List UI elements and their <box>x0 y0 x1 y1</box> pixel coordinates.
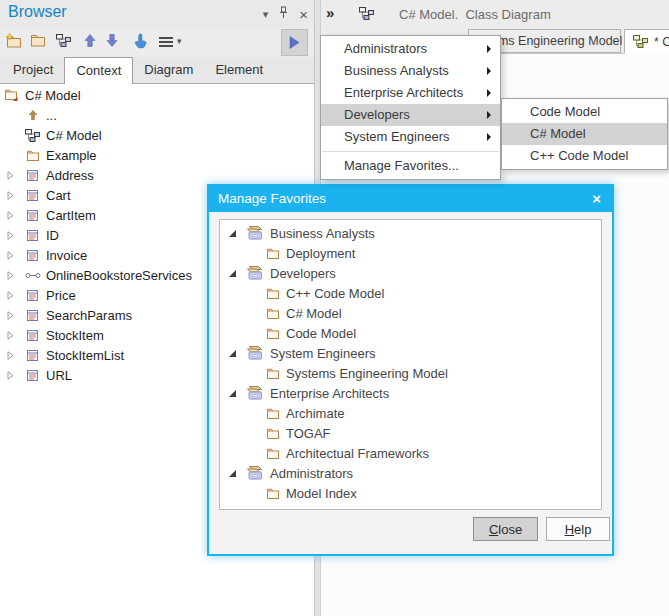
group-icon <box>244 265 264 281</box>
group-icon <box>244 345 264 361</box>
hamburger-caret-icon[interactable]: ▾ <box>177 36 182 46</box>
folder-icon <box>266 427 280 440</box>
nav-down-icon[interactable] <box>106 33 118 48</box>
favorites-item-row[interactable]: Archimate <box>220 403 601 423</box>
favorites-group-row[interactable]: Developers <box>220 263 601 283</box>
tab-context[interactable]: Context <box>64 57 133 84</box>
favorites-item-row[interactable]: C++ Code Model <box>220 283 601 303</box>
dialog-titlebar[interactable]: Manage Favorites × <box>209 186 612 212</box>
favorites-group-row[interactable]: System Engineers <box>220 343 601 363</box>
expand-down-icon[interactable] <box>227 468 239 479</box>
class-icon <box>23 189 42 202</box>
class-icon <box>23 249 42 262</box>
play-button[interactable] <box>281 29 308 56</box>
chevron-right-icon[interactable]: » <box>326 4 334 21</box>
expand-arrow-icon[interactable] <box>3 288 23 302</box>
favorites-item-label: Model Index <box>286 486 357 501</box>
favorites-item-label: C# Model <box>286 306 342 321</box>
tab-diagram[interactable]: Diagram <box>133 57 204 83</box>
tab-element[interactable]: Element <box>204 57 274 83</box>
submenu-item-c#-model[interactable]: C# Model <box>502 123 667 145</box>
browser-panel-tabs: ProjectContextDiagramElement <box>0 57 314 84</box>
close-button[interactable]: Close <box>473 517 538 541</box>
favorites-group-row[interactable]: Business Analysts <box>220 223 601 243</box>
favorites-group-row[interactable]: Enterprise Architects <box>220 383 601 403</box>
submenu-item-c++-code-model[interactable]: C++ Code Model <box>502 145 667 167</box>
favorites-item-row[interactable]: Architectual Frameworks <box>220 443 601 463</box>
favorites-item-label: Deployment <box>286 246 355 261</box>
folder-icon <box>266 247 280 260</box>
expand-down-icon[interactable] <box>227 388 239 399</box>
hamburger-icon[interactable] <box>158 36 174 48</box>
favorites-menu: AdministratorsBusiness AnalystsEnterpris… <box>320 35 501 180</box>
menu-item-manage-favorites[interactable]: Manage Favorites... <box>321 155 500 177</box>
tree-item-label: Example <box>46 148 97 163</box>
indent-spacer <box>3 128 23 142</box>
favorites-group-row[interactable]: Administrators <box>220 463 601 483</box>
submenu-item-code-model[interactable]: Code Model <box>502 101 667 123</box>
folder-icon <box>266 447 280 460</box>
tree-item-label: StockItemList <box>46 348 124 363</box>
close-icon[interactable]: × <box>299 6 308 23</box>
favorites-item-row[interactable]: Model Index <box>220 483 601 503</box>
menu-item-system-engineers[interactable]: System Engineers <box>321 126 500 148</box>
diagram-icon[interactable] <box>55 33 72 48</box>
expand-arrow-icon[interactable] <box>3 248 23 262</box>
expand-arrow-icon[interactable] <box>3 268 23 282</box>
dialog-title: Manage Favorites <box>218 191 326 206</box>
tab-project[interactable]: Project <box>2 57 64 83</box>
help-button[interactable]: Help <box>546 517 610 541</box>
menu-item-label: Manage Favorites... <box>344 158 459 173</box>
expand-down-icon[interactable] <box>227 268 239 279</box>
submenu-arrow-icon <box>487 89 491 97</box>
class-icon <box>23 209 42 222</box>
document-tab-c#-model[interactable]: * C# Model <box>624 29 669 54</box>
tree-item[interactable]: ... <box>0 105 314 125</box>
expand-down-icon[interactable] <box>227 348 239 359</box>
expand-arrow-icon[interactable] <box>3 368 23 382</box>
expand-down-icon[interactable] <box>227 228 239 239</box>
expand-arrow-icon[interactable] <box>3 208 23 222</box>
menu-item-developers[interactable]: Developers <box>321 104 500 126</box>
tree-item-label: Cart <box>46 188 71 203</box>
menu-item-business-analysts[interactable]: Business Analysts <box>321 60 500 82</box>
group-icon <box>244 225 264 241</box>
menu-item-label: Administrators <box>344 41 427 56</box>
tree-item-label: OnlineBookstoreServices <box>46 268 192 283</box>
window-menu-caret-icon[interactable]: ▾ <box>263 8 269 21</box>
menu-item-enterprise-architects[interactable]: Enterprise Architects <box>321 82 500 104</box>
favorites-listbox[interactable]: Business AnalystsDeploymentDevelopersC++… <box>219 219 602 510</box>
favorites-item-row[interactable]: Deployment <box>220 243 601 263</box>
indent-spacer <box>3 108 23 122</box>
class-icon <box>23 369 42 382</box>
favorites-item-row[interactable]: Systems Engineering Model <box>220 363 601 383</box>
folder-icon <box>266 407 280 420</box>
nav-up-icon[interactable] <box>84 33 96 48</box>
class-icon <box>23 169 42 182</box>
menu-item-administrators[interactable]: Administrators <box>321 38 500 60</box>
pin-icon[interactable] <box>278 5 289 23</box>
expand-arrow-icon[interactable] <box>3 168 23 182</box>
tree-item[interactable]: Example <box>0 145 314 165</box>
link-hand-icon[interactable] <box>134 33 148 49</box>
tree-item-label: C# Model <box>25 88 81 103</box>
tree-item[interactable]: C# Model <box>0 85 314 105</box>
tree-item[interactable]: Address <box>0 165 314 185</box>
folder-icon <box>266 307 280 320</box>
expand-arrow-icon[interactable] <box>3 228 23 242</box>
class-icon <box>23 229 42 242</box>
favorites-item-row[interactable]: TOGAF <box>220 423 601 443</box>
model-folder-icon <box>2 88 21 102</box>
expand-arrow-icon[interactable] <box>3 308 23 322</box>
expand-arrow-icon[interactable] <box>3 348 23 362</box>
open-folder-icon[interactable] <box>30 33 46 47</box>
favorites-item-label: C++ Code Model <box>286 286 384 301</box>
expand-arrow-icon[interactable] <box>3 328 23 342</box>
favorites-item-row[interactable]: Code Model <box>220 323 601 343</box>
dialog-close-icon[interactable]: × <box>592 186 601 211</box>
expand-arrow-icon[interactable] <box>3 188 23 202</box>
favorites-item-row[interactable]: C# Model <box>220 303 601 323</box>
new-model-icon[interactable] <box>5 33 22 48</box>
diagram-icon <box>23 128 42 143</box>
tree-item[interactable]: C# Model <box>0 125 314 145</box>
